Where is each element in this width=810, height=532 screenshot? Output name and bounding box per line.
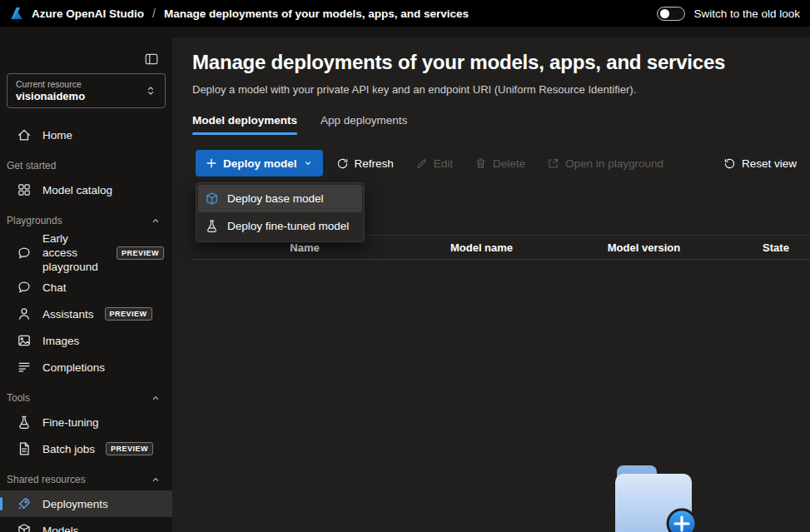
old-look-toggle[interactable] [657, 7, 685, 21]
chat-sparkle-icon [17, 246, 32, 261]
column-header-model-name[interactable]: Model name [417, 241, 546, 254]
preview-badge: PREVIEW [117, 246, 164, 260]
open-in-playground-button[interactable]: Open in playground [539, 150, 672, 177]
sidebar-item-early-access-playground[interactable]: Early access playground PREVIEW [0, 231, 172, 274]
sidebar-item-model-catalog[interactable]: Model catalog [0, 177, 172, 203]
reset-icon [723, 157, 736, 170]
reset-view-button[interactable]: Reset view [715, 150, 805, 177]
resource-selector[interactable]: Current resource visionaidemo [7, 73, 166, 108]
sidebar-item-label: Models [42, 524, 164, 532]
deployments-icon [17, 496, 32, 511]
chevron-up-icon [151, 475, 161, 485]
delete-label: Delete [493, 157, 525, 170]
sidebar-item-fine-tuning[interactable]: Fine-tuning [0, 409, 172, 435]
sidebar-item-label: Early access playground [42, 231, 106, 274]
sidebar-collapse-icon[interactable] [144, 52, 159, 67]
edit-icon [415, 157, 428, 170]
main-content: Manage deployments of your models, apps,… [172, 37, 810, 532]
sidebar-collapse-row [0, 27, 172, 73]
sidebar-section-tools[interactable]: Tools [0, 380, 172, 409]
sidebar-item-label: Chat [42, 281, 164, 295]
column-header-name[interactable]: Name [192, 241, 417, 254]
sidebar: Current resource visionaidemo Home Get s… [0, 27, 172, 532]
document-icon [17, 441, 32, 456]
delete-button[interactable]: Delete [466, 150, 534, 177]
plus-icon [206, 157, 217, 169]
app-title[interactable]: Azure OpenAI Studio [32, 7, 144, 20]
sidebar-item-images[interactable]: Images [0, 327, 172, 354]
column-header-model-version[interactable]: Model version [546, 241, 742, 254]
deploy-model-label: Deploy model [223, 157, 297, 170]
open-icon [547, 157, 559, 170]
sidebar-item-models[interactable]: Models [0, 517, 172, 532]
refresh-label: Refresh [355, 157, 394, 170]
resource-label: Current resource [16, 79, 145, 90]
sidebar-item-assistants[interactable]: Assistants PREVIEW [0, 301, 172, 327]
sidebar-item-chat[interactable]: Chat [0, 274, 172, 301]
sidebar-section-get-started: Get started [0, 148, 172, 177]
section-label: Playgrounds [7, 215, 62, 226]
empty-state-folder-icon [605, 464, 705, 532]
chevron-up-down-icon [145, 85, 157, 97]
topbar-right: Switch to the old look [657, 7, 800, 21]
deploy-menu: Deploy base model Deploy fine-tuned mode… [196, 182, 365, 242]
toggle-knob [660, 9, 669, 18]
sidebar-item-home[interactable]: Home [0, 122, 172, 148]
breadcrumb: Manage deployments of your models, apps,… [164, 7, 469, 20]
cube-icon [17, 523, 32, 532]
toolbar-wrap: Deploy model Refresh [192, 150, 810, 177]
old-look-toggle-label: Switch to the old look [693, 7, 800, 20]
preview-badge: PREVIEW [106, 442, 153, 455]
model-catalog-icon [17, 182, 32, 197]
images-icon [17, 333, 32, 348]
menu-item-deploy-fine-tuned-model[interactable]: Deploy fine-tuned model [198, 212, 362, 240]
sidebar-item-label: Fine-tuning [42, 415, 164, 430]
sidebar-section-playgrounds[interactable]: Playgrounds [0, 203, 172, 231]
open-in-playground-label: Open in playground [565, 157, 663, 170]
resource-value: visionaidemo [16, 90, 145, 103]
azure-logo-icon [10, 7, 23, 20]
trash-icon [475, 157, 487, 170]
sidebar-item-completions[interactable]: Completions [0, 354, 172, 380]
home-icon [17, 127, 32, 142]
menu-item-deploy-base-model[interactable]: Deploy base model [198, 185, 362, 212]
section-label: Get started [7, 160, 56, 172]
sidebar-item-label: Home [42, 128, 164, 142]
page-subtitle: Deploy a model with your private API key… [192, 83, 810, 96]
column-header-state[interactable]: State [742, 241, 810, 254]
breadcrumb-separator: / [152, 7, 156, 20]
tab-model-deployments[interactable]: Model deployments [192, 114, 297, 135]
menu-item-label: Deploy fine-tuned model [227, 220, 349, 232]
sidebar-item-label: Model catalog [42, 183, 164, 197]
refresh-icon [336, 157, 349, 170]
azure-openai-studio-app: { "colors": { "accent": "#479ef5", "prim… [0, 0, 810, 532]
beaker-icon [205, 219, 219, 233]
sidebar-item-label: Assistants [42, 307, 94, 321]
chevron-down-icon [303, 158, 313, 168]
reset-view-label: Reset view [742, 157, 797, 170]
resource-text: Current resource visionaidemo [16, 79, 145, 103]
deploy-model-button[interactable]: Deploy model [196, 150, 323, 177]
topbar: Azure OpenAI Studio / Manage deployments… [0, 0, 810, 27]
tab-app-deployments[interactable]: App deployments [321, 114, 407, 135]
chevron-up-icon [151, 216, 161, 226]
edit-label: Edit [434, 157, 453, 170]
section-label: Tools [7, 392, 30, 404]
sidebar-item-label: Images [42, 334, 164, 348]
sidebar-item-batch-jobs[interactable]: Batch jobs PREVIEW [0, 435, 172, 462]
toolbar: Deploy model Refresh [192, 150, 810, 177]
page-title: Manage deployments of your models, apps,… [192, 49, 810, 76]
sidebar-item-label: Deployments [42, 497, 164, 511]
sidebar-item-deployments[interactable]: Deployments [0, 490, 172, 517]
sidebar-section-shared-resources[interactable]: Shared resources [0, 462, 172, 490]
completions-icon [17, 360, 32, 375]
refresh-button[interactable]: Refresh [328, 150, 402, 177]
section-label: Shared resources [7, 474, 86, 485]
tabs: Model deployments App deployments [192, 114, 810, 135]
chat-icon [17, 280, 32, 295]
preview-badge: PREVIEW [105, 307, 152, 321]
sidebar-item-label: Completions [42, 360, 164, 375]
cube-icon [205, 191, 219, 206]
chevron-up-icon [151, 393, 161, 403]
edit-button[interactable]: Edit [407, 150, 461, 177]
